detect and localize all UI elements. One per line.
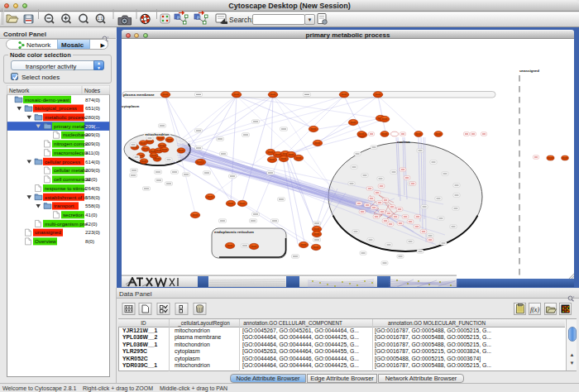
- svg-text:223(0): 223(0): [85, 229, 100, 235]
- svg-text:primary metabo: primary metabo: [54, 123, 90, 129]
- svg-text:nitrogen compo: nitrogen compo: [54, 141, 89, 146]
- svg-text:558(0): 558(0): [85, 203, 100, 208]
- svg-text:endoplasmic reticulum: endoplasmic reticulum: [214, 230, 254, 234]
- svg-text:209(0): 209(0): [85, 131, 100, 137]
- svg-text:Overview: Overview: [35, 238, 56, 244]
- svg-text:41(0): 41(0): [85, 212, 97, 218]
- svg-text:metabolic process: metabolic process: [45, 114, 86, 120]
- svg-text:f(x): f(x): [530, 306, 539, 313]
- svg-text:cellular metabo: cellular metabo: [54, 167, 89, 173]
- svg-text:264(0): 264(0): [85, 185, 100, 191]
- svg-text:8(0): 8(0): [85, 238, 94, 244]
- svg-text:unassigned: unassigned: [35, 229, 61, 235]
- svg-text:macromolecule: macromolecule: [54, 150, 89, 155]
- svg-text:Nodes: Nodes: [84, 88, 101, 93]
- svg-text:establishment of lo: establishment of lo: [45, 194, 88, 200]
- svg-text:558(0): 558(0): [85, 194, 100, 200]
- svg-text:mitochondrion: mitochondrion: [145, 132, 170, 136]
- svg-text:209(...: 209(...: [85, 123, 100, 129]
- svg-text:secretion: secretion: [63, 212, 84, 218]
- svg-text:Network: Network: [9, 88, 30, 93]
- svg-text:mosaic-demo-yeast: mosaic-demo-yeast: [25, 97, 69, 103]
- svg-text:unassigned: unassigned: [519, 69, 539, 73]
- svg-text:response to stimul: response to stimul: [45, 185, 86, 191]
- svg-text:614(0): 614(0): [85, 159, 100, 165]
- svg-text:biological_process: biological_process: [35, 105, 77, 111]
- svg-text:1:1: 1:1: [98, 17, 103, 21]
- svg-text:209(0): 209(0): [85, 167, 100, 173]
- svg-text:22(0): 22(0): [85, 176, 97, 182]
- svg-text:nucleus: nucleus: [397, 140, 410, 144]
- svg-text:874(0): 874(0): [85, 97, 100, 103]
- svg-text:plasma membrane: plasma membrane: [123, 93, 155, 97]
- svg-text:transport: transport: [54, 203, 74, 208]
- svg-text:cellular process: cellular process: [45, 159, 80, 165]
- svg-text:651(0): 651(0): [85, 105, 100, 111]
- svg-text:209(0): 209(0): [85, 141, 100, 146]
- svg-text:multi-organism pro: multi-organism pro: [45, 221, 88, 227]
- svg-text:311(0): 311(0): [85, 150, 99, 155]
- svg-text:cytoplasm: cytoplasm: [122, 104, 139, 108]
- svg-text:280(0): 280(0): [85, 114, 100, 120]
- svg-text:42(0): 42(0): [85, 221, 97, 227]
